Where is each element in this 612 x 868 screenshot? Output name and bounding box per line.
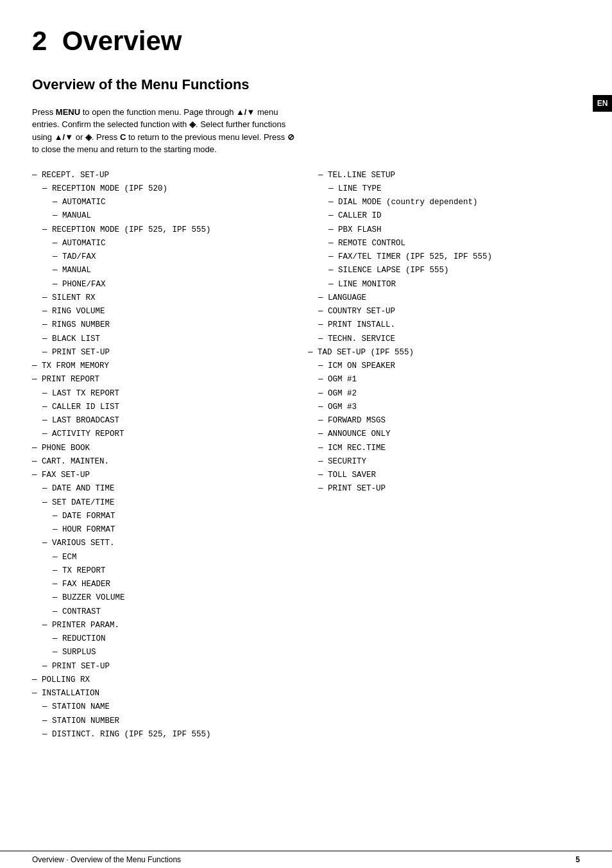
intro-paragraph: Press MENU to open the function menu. Pa… bbox=[32, 106, 302, 156]
menu-item: — DATE FORMAT bbox=[32, 510, 302, 523]
menu-item: — REDUCTION bbox=[32, 632, 302, 646]
menu-item: — BLACK LIST bbox=[32, 333, 302, 346]
menu-item: — PHONE BOOK bbox=[32, 442, 302, 455]
menu-item: — MANUAL bbox=[32, 209, 302, 223]
menu-item: — SILENT RX bbox=[32, 291, 302, 305]
page: EN 2 Overview Overview of the Menu Funct… bbox=[0, 0, 612, 868]
menu-columns: — RECEPT. SET-UP— RECEPTION MODE (IPF 52… bbox=[32, 169, 580, 742]
menu-item: — ECM bbox=[32, 551, 302, 564]
menu-item: — POLLING RX bbox=[32, 673, 302, 687]
menu-item: — DATE AND TIME bbox=[32, 482, 302, 496]
menu-item: — OGM #2 bbox=[308, 387, 580, 401]
menu-item: — RINGS NUMBER bbox=[32, 318, 302, 332]
menu-item: — MANUAL bbox=[32, 264, 302, 277]
menu-item: — SET DATE/TIME bbox=[32, 496, 302, 510]
menu-item: — RECEPTION MODE (IPF 525, IPF 555) bbox=[32, 223, 302, 237]
menu-item: — HOUR FORMAT bbox=[32, 523, 302, 537]
menu-item: — TAD SET-UP (IPF 555) bbox=[308, 346, 580, 360]
menu-item: — DISTINCT. RING (IPF 525, IPF 555) bbox=[32, 728, 302, 742]
menu-item: — FAX SET-UP bbox=[32, 469, 302, 482]
menu-item: — LAST BROADCAST bbox=[32, 414, 302, 428]
menu-item: — PRINT SET-UP bbox=[32, 346, 302, 360]
section-title: Overview of the Menu Functions bbox=[32, 76, 580, 94]
right-column: — TEL.LINE SETUP— LINE TYPE— DIAL MODE (… bbox=[302, 169, 580, 742]
menu-item: — AUTOMATIC bbox=[32, 237, 302, 250]
menu-item: — ACTIVITY REPORT bbox=[32, 428, 302, 441]
menu-item: — RECEPT. SET-UP bbox=[32, 169, 302, 182]
menu-item: — FAX HEADER bbox=[32, 578, 302, 591]
menu-item: — PRINT SET-UP bbox=[308, 482, 580, 496]
menu-item: — INSTALLATION bbox=[32, 687, 302, 700]
menu-item: — STATION NUMBER bbox=[32, 715, 302, 728]
menu-item: — FORWARD MSGS bbox=[308, 414, 580, 428]
menu-item: — LINE MONITOR bbox=[308, 278, 580, 291]
menu-item: — ANNOUNCE ONLY bbox=[308, 428, 580, 441]
menu-item: — PRINT REPORT bbox=[32, 373, 302, 386]
menu-item: — CALLER ID LIST bbox=[32, 401, 302, 414]
menu-item: — RECEPTION MODE (IPF 520) bbox=[32, 182, 302, 196]
menu-item: — CONTRAST bbox=[32, 605, 302, 619]
menu-item: — DIAL MODE (country dependent) bbox=[308, 196, 580, 209]
left-column: — RECEPT. SET-UP— RECEPTION MODE (IPF 52… bbox=[32, 169, 302, 742]
footer-section-label: Overview · Overview of the Menu Function… bbox=[32, 855, 181, 864]
menu-item: — FAX/TEL TIMER (IPF 525, IPF 555) bbox=[308, 250, 580, 264]
footer-page-number: 5 bbox=[575, 855, 580, 864]
menu-item: — TX FROM MEMORY bbox=[32, 360, 302, 373]
chapter-heading: 2 Overview bbox=[32, 26, 580, 56]
menu-item: — PRINT SET-UP bbox=[32, 660, 302, 673]
menu-item: — TOLL SAVER bbox=[308, 469, 580, 482]
menu-item: — BUZZER VOLUME bbox=[32, 591, 302, 605]
menu-item: — TAD/FAX bbox=[32, 250, 302, 264]
menu-item: — STATION NAME bbox=[32, 700, 302, 714]
menu-item: — LAST TX REPORT bbox=[32, 387, 302, 401]
menu-item: — PRINT INSTALL. bbox=[308, 318, 580, 332]
menu-item: — RING VOLUME bbox=[32, 305, 302, 318]
content: 2 Overview Overview of the Menu Function… bbox=[0, 0, 612, 780]
menu-item: — TX REPORT bbox=[32, 564, 302, 578]
menu-item: — CALLER ID bbox=[308, 209, 580, 223]
menu-item: — SECURITY bbox=[308, 455, 580, 469]
menu-item: — REMOTE CONTROL bbox=[308, 237, 580, 250]
menu-item: — ICM REC.TIME bbox=[308, 442, 580, 455]
menu-item: — VARIOUS SETT. bbox=[32, 537, 302, 550]
menu-item: — PBX FLASH bbox=[308, 223, 580, 237]
menu-item: — PRINTER PARAM. bbox=[32, 619, 302, 632]
menu-item: — SURPLUS bbox=[32, 646, 302, 659]
menu-item: — ICM ON SPEAKER bbox=[308, 360, 580, 373]
left-menu-list: — RECEPT. SET-UP— RECEPTION MODE (IPF 52… bbox=[32, 169, 302, 742]
right-menu-list: — TEL.LINE SETUP— LINE TYPE— DIAL MODE (… bbox=[308, 169, 580, 496]
page-footer: Overview · Overview of the Menu Function… bbox=[0, 851, 612, 868]
menu-item: — PHONE/FAX bbox=[32, 278, 302, 291]
menu-item: — OGM #3 bbox=[308, 401, 580, 414]
menu-item: — LINE TYPE bbox=[308, 182, 580, 196]
menu-item: — TEL.LINE SETUP bbox=[308, 169, 580, 182]
menu-item: — OGM #1 bbox=[308, 373, 580, 386]
menu-item: — CART. MAINTEN. bbox=[32, 455, 302, 469]
en-tab: EN bbox=[593, 95, 612, 112]
menu-item: — SILENCE LAPSE (IPF 555) bbox=[308, 264, 580, 277]
menu-item: — AUTOMATIC bbox=[32, 196, 302, 209]
menu-item: — LANGUAGE bbox=[308, 291, 580, 305]
menu-item: — TECHN. SERVICE bbox=[308, 333, 580, 346]
menu-item: — COUNTRY SET-UP bbox=[308, 305, 580, 318]
